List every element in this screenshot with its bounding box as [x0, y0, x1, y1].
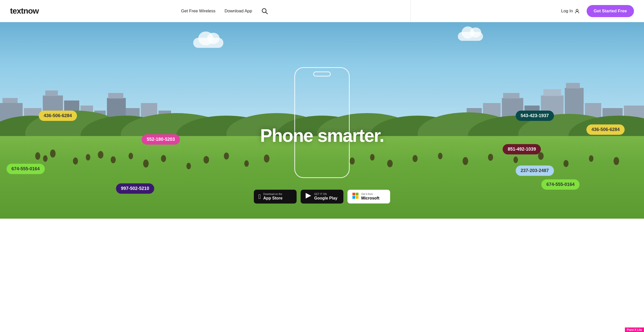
google-play-subtitle: GET IT ON [314, 193, 337, 196]
svg-line-1 [266, 12, 268, 14]
svg-point-49 [98, 151, 103, 159]
svg-point-66 [513, 157, 518, 163]
get-started-button[interactable]: Get Started Free [587, 5, 634, 17]
app-store-button[interactable]:  Download on the App Store [254, 190, 297, 204]
svg-point-61 [387, 160, 393, 168]
hero-headline: Phone smarter. [260, 125, 384, 146]
svg-point-48 [86, 154, 90, 161]
svg-point-54 [186, 163, 191, 170]
svg-point-50 [111, 156, 116, 163]
navbar: textnow Get Free Wireless Download App L… [0, 0, 644, 22]
microsoft-icon [352, 192, 359, 201]
svg-rect-26 [566, 83, 580, 88]
google-play-icon [305, 192, 312, 201]
svg-rect-24 [543, 89, 561, 96]
svg-point-64 [463, 157, 468, 165]
logo[interactable]: textnow [10, 6, 39, 16]
nav-download-app[interactable]: Download App [225, 9, 252, 14]
phone-bubble-3[interactable]: 674-555-0164 [7, 164, 45, 174]
apple-icon:  [258, 193, 261, 201]
nav-get-free-wireless[interactable]: Get Free Wireless [181, 9, 216, 14]
svg-point-2 [576, 9, 578, 11]
google-play-button[interactable]: GET IT ON Google Play [301, 190, 343, 204]
hero-section: Phone smarter. 436-506-6284 552-180-5203… [0, 22, 644, 219]
phone-bubble-2[interactable]: 552-180-5203 [142, 134, 180, 145]
svg-marker-71 [306, 193, 311, 198]
svg-rect-4 [3, 98, 18, 103]
svg-rect-12 [108, 93, 123, 98]
cloud-1 [193, 38, 223, 48]
phone-bubble-4[interactable]: 997-502-5210 [116, 183, 154, 194]
navbar-right: Get Free Wireless Download App [181, 8, 268, 15]
microsoft-subtitle: Get it from [361, 193, 379, 196]
svg-point-59 [350, 158, 355, 165]
phone-outline [294, 67, 350, 178]
phone-bubble-9[interactable]: 674-555-0164 [541, 179, 580, 190]
svg-point-70 [614, 157, 619, 165]
phone-bubble-7[interactable]: 851-492-1039 [503, 144, 541, 154]
svg-point-46 [50, 150, 56, 158]
login-button[interactable]: Log In [561, 9, 579, 14]
google-play-title: Google Play [314, 196, 337, 201]
navbar-left: textnow [10, 6, 39, 16]
svg-point-65 [488, 154, 493, 161]
svg-point-45 [43, 155, 48, 162]
svg-rect-7 [45, 90, 58, 96]
svg-point-62 [413, 155, 418, 162]
svg-point-0 [262, 9, 266, 13]
app-store-subtitle: Download on the [263, 193, 283, 196]
svg-point-47 [73, 158, 78, 165]
svg-point-51 [129, 153, 133, 159]
phone-bubble-8[interactable]: 237-203-2487 [516, 165, 554, 176]
phone-notch [313, 72, 331, 77]
app-store-title: App Store [263, 196, 283, 201]
svg-point-52 [143, 160, 149, 168]
phone-bubble-6[interactable]: 436-506-6284 [586, 124, 625, 135]
svg-point-69 [589, 155, 593, 162]
svg-point-44 [35, 152, 40, 160]
cloud-2 [458, 32, 483, 41]
svg-point-57 [244, 160, 249, 167]
microsoft-button[interactable]: Get it from Microsoft [347, 190, 390, 204]
svg-point-68 [564, 160, 569, 167]
svg-rect-74 [352, 196, 355, 199]
nav-divider [411, 0, 411, 22]
phone-bubble-1[interactable]: 436-506-6284 [39, 111, 77, 121]
search-button[interactable] [261, 8, 268, 15]
svg-rect-72 [352, 193, 355, 195]
svg-rect-75 [356, 196, 358, 199]
svg-point-55 [204, 156, 209, 164]
svg-rect-21 [503, 93, 519, 98]
phone-bubble-5[interactable]: 543-423-1937 [516, 111, 554, 121]
nav-auth: Log In Get Started Free [553, 5, 634, 17]
svg-point-63 [438, 153, 442, 159]
svg-point-58 [264, 155, 269, 163]
microsoft-title: Microsoft [361, 196, 379, 201]
download-buttons-row:  Download on the App Store GET IT ON Go… [254, 190, 390, 204]
svg-point-67 [538, 152, 544, 160]
svg-point-53 [161, 155, 166, 162]
svg-rect-73 [356, 193, 358, 195]
svg-point-60 [370, 154, 375, 161]
svg-point-56 [224, 153, 229, 160]
